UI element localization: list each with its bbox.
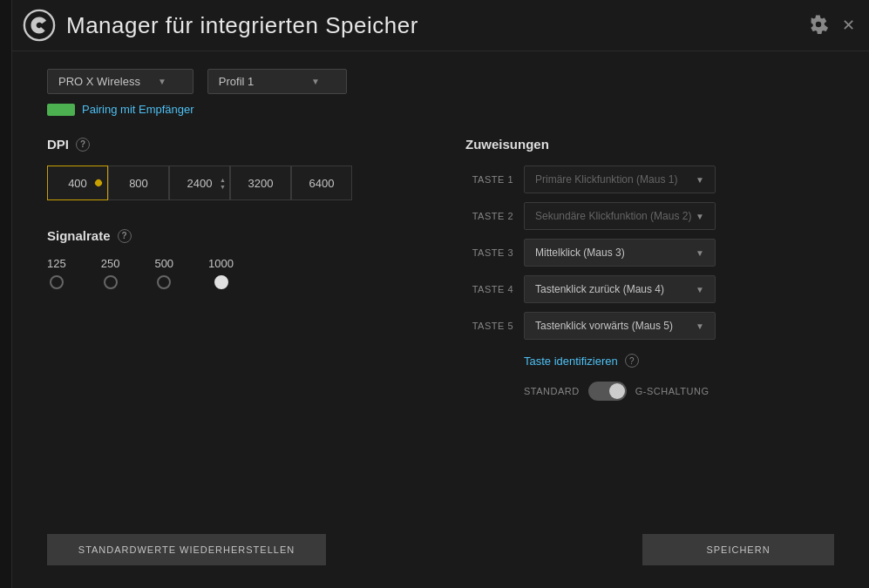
signal-option-250: 250 <box>101 257 120 289</box>
pairing-row: Pairing mit Empfänger <box>47 103 834 116</box>
assignments-title: Zuweisungen <box>465 137 834 152</box>
bottom-buttons-row: STANDARDWERTE WIEDERHERSTELLEN SPEICHERN <box>47 520 834 565</box>
dpi-section: DPI ? 400 800 2400 ▲ ▼ <box>47 137 465 200</box>
signalrate-label: Signalrate <box>47 228 111 243</box>
dpi-label: DPI <box>47 137 69 152</box>
taste3-label: TASTE 3 <box>465 247 513 258</box>
taste5-chevron-icon: ▼ <box>696 321 704 331</box>
assignment-row-taste4: TASTE 4 Tastenklick zurück (Maus 4) ▼ <box>465 275 834 303</box>
dpi-box-6400[interactable]: 6400 <box>291 166 352 200</box>
assignment-row-taste3: TASTE 3 Mittelklick (Maus 3) ▼ <box>465 239 834 267</box>
close-button[interactable]: ✕ <box>842 17 855 33</box>
assignment-row-taste2: TASTE 2 Sekundäre Klickfunktion (Maus 2)… <box>465 202 834 230</box>
toggle-knob <box>609 383 625 399</box>
signal-option-125: 125 <box>47 257 66 289</box>
gschaltung-toggle[interactable] <box>588 382 627 401</box>
dpi-value-800: 800 <box>129 177 148 190</box>
signal-val-250: 250 <box>101 257 120 270</box>
dpi-box-800[interactable]: 800 <box>108 166 169 200</box>
taste2-label: TASTE 2 <box>465 211 513 221</box>
pairing-indicator-icon <box>47 104 75 116</box>
taste4-label: TASTE 4 <box>465 284 513 294</box>
signalrate-help-icon[interactable]: ? <box>118 229 132 243</box>
signal-radio-250[interactable] <box>104 275 118 289</box>
dpi-value-3200: 3200 <box>248 177 274 190</box>
profile-chevron-icon: ▼ <box>311 77 320 86</box>
svg-point-0 <box>24 10 54 40</box>
taste1-chevron-icon: ▼ <box>696 175 704 185</box>
taste-identify-link[interactable]: Taste identifizieren <box>524 355 618 368</box>
signalrate-header: Signalrate ? <box>47 228 465 243</box>
title-bar: Manager für integrierten Speicher ✕ <box>0 0 869 51</box>
profile-select[interactable]: Profil 1 ▼ <box>207 69 347 94</box>
dpi-section-header: DPI ? <box>47 137 465 152</box>
taste5-value: Tastenklick vorwärts (Maus 5) <box>535 320 673 332</box>
dpi-values-row: 400 800 2400 ▲ ▼ 3200 <box>47 166 465 200</box>
device-select[interactable]: PRO X Wireless ▼ <box>47 69 193 94</box>
pairing-label[interactable]: Pairing mit Empfänger <box>82 103 194 116</box>
assignment-row-taste5: TASTE 5 Tastenklick vorwärts (Maus 5) ▼ <box>465 312 834 340</box>
title-right: ✕ <box>809 15 855 37</box>
taste2-value: Sekundäre Klickfunktion (Maus 2) <box>535 210 691 222</box>
dpi-spinners-icon: ▲ ▼ <box>220 177 226 190</box>
profile-select-label: Profil 1 <box>219 75 254 88</box>
logitech-logo-icon <box>23 9 56 42</box>
dpi-box-2400[interactable]: 2400 ▲ ▼ <box>169 166 230 200</box>
taste3-select[interactable]: Mittelklick (Maus 3) ▼ <box>524 239 716 267</box>
taste2-select[interactable]: Sekundäre Klickfunktion (Maus 2) ▼ <box>524 202 716 230</box>
taste4-chevron-icon: ▼ <box>696 285 704 294</box>
taste5-select[interactable]: Tastenklick vorwärts (Maus 5) ▼ <box>524 312 716 340</box>
taste2-chevron-icon: ▼ <box>696 212 704 221</box>
signal-val-500: 500 <box>154 257 173 270</box>
columns-layout: DPI ? 400 800 2400 ▲ ▼ <box>47 137 834 520</box>
left-sidebar <box>0 0 12 588</box>
dpi-value-400: 400 <box>68 177 87 190</box>
title-left: Manager für integrierten Speicher <box>23 9 418 42</box>
dpi-box-3200[interactable]: 3200 <box>230 166 291 200</box>
taste4-select[interactable]: Tastenklick zurück (Maus 4) ▼ <box>524 275 716 303</box>
left-column: DPI ? 400 800 2400 ▲ ▼ <box>47 137 465 520</box>
signalrate-options-row: 125 250 500 1000 <box>47 257 465 289</box>
save-button[interactable]: SPEICHERN <box>642 534 834 565</box>
dpi-value-2400: 2400 <box>187 177 213 190</box>
taste4-value: Tastenklick zurück (Maus 4) <box>535 283 664 295</box>
right-column: Zuweisungen TASTE 1 Primäre Klickfunktio… <box>465 137 834 520</box>
restore-defaults-button[interactable]: STANDARDWERTE WIEDERHERSTELLEN <box>47 534 326 565</box>
signalrate-section: Signalrate ? 125 250 500 <box>47 228 465 289</box>
signal-option-1000: 1000 <box>208 257 234 289</box>
taste1-value: Primäre Klickfunktion (Maus 1) <box>535 173 677 186</box>
device-chevron-icon: ▼ <box>158 77 166 86</box>
device-select-label: PRO X Wireless <box>58 75 140 88</box>
page-title: Manager für integrierten Speicher <box>66 12 418 39</box>
toggle-gschaltung-label: G-SCHALTUNG <box>635 386 709 396</box>
dpi-value-6400: 6400 <box>309 177 335 190</box>
toggle-standard-label: STANDARD <box>524 386 580 396</box>
assignment-row-taste1: TASTE 1 Primäre Klickfunktion (Maus 1) ▼ <box>465 166 834 193</box>
taste-identify-help-icon[interactable]: ? <box>625 354 639 368</box>
signal-option-500: 500 <box>154 257 173 289</box>
dpi-box-400[interactable]: 400 <box>47 166 108 200</box>
toggle-row: STANDARD G-SCHALTUNG <box>465 382 834 401</box>
dpi-help-icon[interactable]: ? <box>76 138 90 152</box>
taste1-select[interactable]: Primäre Klickfunktion (Maus 1) ▼ <box>524 166 716 193</box>
main-content: PRO X Wireless ▼ Profil 1 ▼ Pairing mit … <box>0 51 869 583</box>
signal-radio-500[interactable] <box>157 275 171 289</box>
taste-identify-row: Taste identifizieren ? <box>465 354 834 368</box>
signal-val-125: 125 <box>47 257 66 270</box>
settings-button[interactable] <box>809 15 828 37</box>
selectors-row: PRO X Wireless ▼ Profil 1 ▼ <box>47 69 834 94</box>
taste5-label: TASTE 5 <box>465 321 513 331</box>
taste3-chevron-icon: ▼ <box>696 248 704 258</box>
taste3-value: Mittelklick (Maus 3) <box>535 247 625 259</box>
signal-radio-1000[interactable] <box>214 275 228 289</box>
dpi-active-dot <box>93 178 103 187</box>
signal-radio-125[interactable] <box>50 275 64 289</box>
signal-val-1000: 1000 <box>208 257 234 270</box>
taste1-label: TASTE 1 <box>465 174 513 185</box>
